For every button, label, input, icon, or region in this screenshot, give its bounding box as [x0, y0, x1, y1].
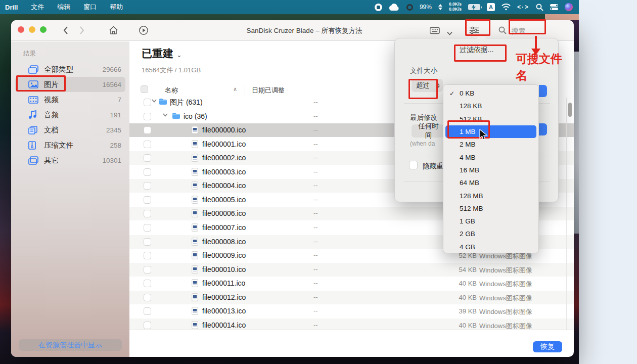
menu-item-128kb[interactable]: 128 KB	[445, 100, 536, 112]
row-checkbox[interactable]	[144, 224, 151, 232]
spotlight-icon[interactable]	[536, 4, 543, 11]
chevron-down-icon[interactable]	[152, 98, 157, 104]
menu-edit[interactable]: 编辑	[57, 3, 70, 12]
sidebar-item-audio[interactable]: 音频191	[15, 107, 125, 122]
wifi-icon[interactable]	[502, 4, 511, 11]
status-ring-icon[interactable]	[406, 4, 413, 11]
view-options-icon[interactable]	[430, 25, 440, 35]
modified-value-select[interactable]: 任何时间	[412, 124, 444, 138]
row-checkbox[interactable]	[144, 113, 151, 120]
code-brackets-icon[interactable]: <·>	[517, 4, 529, 11]
cloud-icon[interactable]	[389, 4, 400, 11]
row-checkbox[interactable]	[144, 238, 151, 246]
sidebar-item-documents[interactable]: 文档2345	[15, 122, 125, 138]
menu-item-2mb[interactable]: 2 MB	[445, 138, 536, 151]
menu-bar: Drill 文件 编辑 窗口 帮助 99% 0.0K/s0.0K/s A <·>	[0, 0, 579, 14]
row-checkbox[interactable]	[144, 141, 151, 148]
column-header-name[interactable]: 名称	[165, 86, 178, 95]
column-header-date[interactable]: 日期已调整	[252, 86, 285, 95]
forward-button[interactable]	[77, 25, 87, 35]
sidebar-item-videos[interactable]: 视频7	[15, 92, 125, 107]
scrollbar-thumb[interactable]	[568, 103, 572, 117]
app-menu[interactable]: Drill	[5, 4, 18, 11]
menu-item-1gb[interactable]: 1 GB	[445, 215, 536, 228]
battery-percent[interactable]: 99%	[420, 4, 432, 11]
row-checkbox[interactable]	[144, 154, 151, 162]
siri-icon[interactable]	[565, 3, 573, 11]
file-name: file000007.ico	[202, 223, 246, 232]
network-speed[interactable]: 0.0K/s0.0K/s	[449, 2, 462, 12]
row-checkbox[interactable]	[144, 182, 151, 190]
sidebar-item-label: 压缩文件	[44, 141, 110, 150]
file-icon	[192, 265, 198, 276]
file-name: file000013.ico	[202, 307, 246, 315]
control-center-icon[interactable]	[550, 4, 558, 10]
row-checkbox[interactable]	[144, 210, 151, 217]
mouse-cursor	[479, 129, 488, 141]
row-checkbox[interactable]	[144, 126, 151, 134]
menu-item-4mb[interactable]: 4 MB	[445, 151, 536, 163]
audio-icon	[28, 110, 39, 119]
menu-item-16mb[interactable]: 16 MB	[445, 164, 536, 176]
menu-file[interactable]: 文件	[31, 3, 44, 12]
sidebar-item-other[interactable]: 其它10301	[15, 153, 125, 168]
row-checkbox[interactable]	[144, 266, 151, 274]
row-checkbox[interactable]	[144, 322, 151, 329]
file-name: file000010.ico	[202, 265, 246, 274]
row-checkbox[interactable]	[144, 294, 151, 301]
back-button[interactable]	[61, 25, 71, 35]
home-button[interactable]	[108, 25, 118, 35]
group-title-dropdown[interactable]: 已重建⌄	[142, 47, 182, 61]
battery-icon[interactable]	[468, 4, 480, 10]
sidebar-item-label: 音频	[44, 110, 110, 120]
menu-item-4gb[interactable]: 4 GB	[445, 241, 536, 253]
close-button[interactable]	[18, 26, 24, 33]
file-date: --	[313, 279, 318, 287]
network-arrows-icon[interactable]	[438, 4, 442, 10]
file-row[interactable]: file000012.ico--40 KBWindows图标图像	[129, 291, 574, 304]
minimize-button[interactable]	[29, 26, 35, 33]
show-in-explorer-button[interactable]: 在资源管理器中显示	[19, 339, 122, 351]
file-row[interactable]: file000011.ico--40 KBWindows图标图像	[129, 277, 574, 290]
menu-help[interactable]: 帮助	[110, 3, 123, 12]
hide-duplicates-checkbox[interactable]	[409, 161, 418, 169]
file-row[interactable]: file000010.ico--54 KBWindows图标图像	[129, 263, 574, 277]
sidebar-item-all-types[interactable]: 全部类型29666	[15, 62, 125, 77]
select-all-checkbox[interactable]	[141, 85, 148, 93]
chevron-down-icon[interactable]	[447, 28, 452, 37]
sidebar-item-count: 16564	[102, 81, 121, 88]
file-name: file000008.ico	[202, 238, 246, 246]
screen-record-icon[interactable]	[375, 4, 382, 11]
sidebar-item-archives[interactable]: 压缩文件258	[15, 138, 125, 153]
sort-ascending-icon[interactable]: ∧	[233, 86, 237, 93]
file-row[interactable]: file000014.ico--40 KBWindows图标图像	[129, 318, 574, 330]
annotation-box-filter-title	[454, 44, 507, 62]
sidebar-item-count: 2345	[106, 126, 121, 134]
menu-item-2gb[interactable]: 2 GB	[445, 228, 536, 240]
menu-item-512mb[interactable]: 512 MB	[445, 202, 536, 215]
row-checkbox[interactable]	[144, 196, 151, 204]
recover-button[interactable]: 恢复	[533, 341, 562, 352]
file-type: Windows图标图像	[479, 266, 532, 275]
chevron-down-icon[interactable]	[163, 112, 168, 118]
row-checkbox[interactable]	[144, 99, 151, 106]
zoom-button[interactable]	[40, 26, 47, 33]
recovery-session-icon[interactable]	[139, 25, 149, 35]
menu-window[interactable]: 窗口	[83, 3, 97, 12]
file-row[interactable]: file000013.ico--39 KBWindows图标图像	[129, 304, 574, 318]
row-checkbox[interactable]	[144, 307, 151, 315]
search-icon[interactable]	[497, 25, 508, 35]
input-source-icon[interactable]: A	[487, 3, 495, 11]
file-date: --	[313, 126, 318, 133]
menu-item-128mb[interactable]: 128 MB	[445, 189, 536, 202]
size-value-select[interactable]	[539, 85, 547, 97]
row-checkbox[interactable]	[144, 168, 151, 176]
file-size-label: 文件大小	[410, 66, 437, 75]
row-checkbox[interactable]	[144, 252, 151, 259]
row-checkbox[interactable]	[144, 280, 151, 287]
file-size: 54 KB	[433, 266, 477, 274]
modified-value-select[interactable]	[539, 123, 547, 135]
menu-item-64mb[interactable]: 64 MB	[445, 176, 536, 189]
menu-item-0kb[interactable]: ✓0 KB	[445, 87, 536, 100]
file-type: Windows图标图像	[479, 294, 532, 303]
